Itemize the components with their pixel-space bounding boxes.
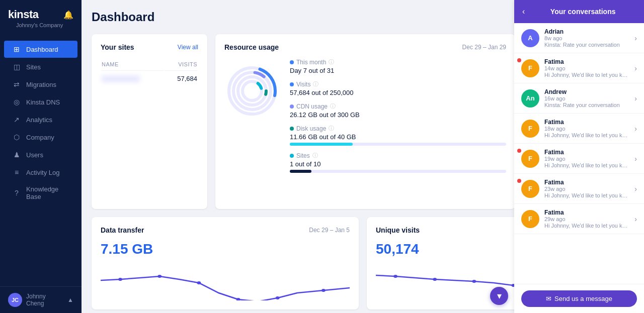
stat-disk: Disk usage ⓘ 11.66 GB out of 40 GB — [290, 125, 506, 146]
resource-content: This month ⓘ Day 7 out of 31 Visits ⓘ 57… — [224, 58, 506, 179]
col-name: NAME — [102, 59, 164, 69]
conversation-item-1[interactable]: F Fatima 14w ago Hi Johnny, We'd like to… — [514, 53, 644, 83]
disk-info-icon[interactable]: ⓘ — [329, 125, 334, 132]
company-icon: ⬡ — [12, 133, 21, 142]
scroll-down-button[interactable]: ▾ — [490, 287, 508, 305]
conversations-panel: ‹ Your conversations A Adrian 8w ago Kin… — [514, 0, 644, 313]
unread-dot-4 — [517, 149, 521, 153]
col-visits: VISITS — [165, 59, 197, 69]
cdn-label: CDN usage — [296, 103, 328, 110]
sidebar-item-company[interactable]: ⬡ Company — [4, 129, 77, 146]
sidebar-item-activity-log[interactable]: ≡ Activity Log — [4, 164, 77, 181]
conv-arrow-5: › — [634, 185, 637, 193]
this-month-dot — [290, 60, 294, 64]
sidebar-item-sites[interactable]: ◫ Sites — [4, 58, 77, 75]
sidebar-item-knowledge-base[interactable]: ? Knowledge Base — [4, 181, 77, 204]
user-name: Johnny Cheng — [26, 293, 63, 307]
sidebar-label-dns: Kinsta DNS — [26, 98, 60, 106]
bell-icon[interactable]: 🔔 — [63, 10, 73, 20]
chevron-up-icon[interactable]: ▲ — [67, 296, 73, 303]
conv-name-6: Fatima — [544, 209, 629, 216]
disk-label: Disk usage — [296, 125, 326, 132]
sidebar-item-users[interactable]: ♟ Users — [4, 146, 77, 163]
disk-bar — [290, 143, 506, 146]
conv-info-6: Fatima 29w ago Hi Johnny, We'd like to l… — [544, 209, 629, 229]
send-message-button[interactable]: ✉ Send us a message — [521, 290, 637, 307]
conv-avatar-2: An — [521, 89, 539, 108]
dashboard-icon: ⊞ — [12, 45, 21, 54]
knowledge-icon: ? — [12, 188, 21, 197]
conv-arrow-3: › — [634, 125, 637, 133]
svg-point-8 — [118, 278, 122, 281]
visits-info-icon[interactable]: ⓘ — [313, 80, 318, 88]
svg-point-15 — [433, 278, 437, 281]
send-label: Send us a message — [554, 295, 612, 302]
kinsta-logo: kinsta — [8, 8, 39, 21]
sites-dot — [290, 154, 294, 158]
sites-bar — [290, 170, 506, 173]
site-visits: 57,684 — [165, 70, 197, 86]
resource-stats: This month ⓘ Day 7 out of 31 Visits ⓘ 57… — [290, 58, 506, 179]
this-month-info-icon[interactable]: ⓘ — [329, 58, 334, 66]
your-sites-header: Your sites View all — [101, 43, 198, 51]
unread-dot-1 — [517, 58, 521, 62]
sites-info-icon[interactable]: ⓘ — [312, 152, 318, 159]
sidebar-label-migrations: Migrations — [26, 81, 56, 88]
conv-meta-6: 29w ago — [544, 216, 629, 222]
sidebar-label-users: Users — [26, 151, 43, 159]
stat-this-month: This month ⓘ Day 7 out of 31 — [290, 58, 506, 74]
conversation-item-2[interactable]: An Andrew 16w ago Kinsta: Rate your conv… — [514, 83, 644, 114]
sites-value: 1 out of 10 — [290, 160, 506, 168]
table-row: •••••••••••••••••• 57,684 — [102, 70, 197, 86]
send-icon: ✉ — [546, 295, 551, 302]
svg-point-10 — [197, 281, 201, 284]
svg-point-13 — [321, 289, 326, 292]
conv-info-3: Fatima 18w ago Hi Johnny, We'd like to l… — [544, 119, 629, 138]
conversation-item-4[interactable]: F Fatima 19w ago Hi Johnny, We'd like to… — [514, 144, 644, 174]
sidebar-item-analytics[interactable]: ↗ Analytics — [4, 111, 77, 128]
your-sites-title: Your sites — [101, 43, 134, 51]
disk-value: 11.66 GB out of 40 GB — [290, 133, 506, 141]
dns-icon: ◎ — [12, 97, 21, 107]
sidebar-label-analytics: Analytics — [26, 116, 52, 124]
conv-info-0: Adrian 8w ago Kinsta: Rate your conversa… — [544, 28, 629, 48]
conv-info-1: Fatima 14w ago Hi Johnny, We'd like to l… — [544, 58, 629, 78]
your-sites-card: Your sites View all NAME VISITS ••••••••… — [92, 34, 207, 209]
site-name: •••••••••••••••••• — [102, 75, 140, 82]
svg-point-14 — [393, 275, 397, 278]
conv-preview-5: Hi Johnny, We'd like to let you know tha… — [544, 192, 629, 198]
sites-icon: ◫ — [12, 62, 21, 71]
conv-arrow-6: › — [634, 215, 637, 223]
sidebar-item-kinsta-dns[interactable]: ◎ Kinsta DNS — [4, 93, 77, 111]
stat-visits: Visits ⓘ 57,684 out of 250,000 — [290, 80, 506, 96]
this-month-label: This month — [296, 59, 326, 66]
conv-preview-6: Hi Johnny, We'd like to let you know tha… — [544, 223, 629, 229]
sidebar-item-dashboard[interactable]: ⊞ Dashboard — [4, 41, 77, 58]
conv-avatar-0: A — [521, 29, 539, 47]
conv-meta-3: 18w ago — [544, 126, 629, 132]
conversation-item-6[interactable]: F Fatima 29w ago Hi Johnny, We'd like to… — [514, 204, 644, 234]
cdn-info-icon[interactable]: ⓘ — [330, 102, 336, 110]
conversation-item-5[interactable]: F Fatima 23w ago Hi Johnny, We'd like to… — [514, 174, 644, 204]
cdn-value: 26.12 GB out of 300 GB — [290, 111, 506, 119]
conversations-back-button[interactable]: ‹ — [522, 7, 525, 16]
conv-info-4: Fatima 19w ago Hi Johnny, We'd like to l… — [544, 149, 629, 168]
conv-info-5: Fatima 23w ago Hi Johnny, We'd like to l… — [544, 179, 629, 198]
sidebar-item-migrations[interactable]: ⇄ Migrations — [4, 76, 77, 93]
data-transfer-header: Data transfer Dec 29 – Jan 5 — [101, 226, 350, 234]
conv-name-1: Fatima — [544, 58, 629, 65]
conversation-item-0[interactable]: A Adrian 8w ago Kinsta: Rate your conver… — [514, 23, 644, 53]
sidebar-label-company: Company — [26, 134, 54, 141]
unique-visits-title: Unique visits — [376, 226, 420, 234]
data-transfer-title: Data transfer — [101, 226, 144, 234]
sidebar-label-activity: Activity Log — [26, 169, 59, 176]
conversation-item-3[interactable]: F Fatima 18w ago Hi Johnny, We'd like to… — [514, 114, 644, 144]
sidebar-label-sites: Sites — [26, 63, 41, 71]
your-sites-view-all[interactable]: View all — [178, 44, 198, 51]
visits-label: Visits — [296, 81, 310, 88]
conv-preview-4: Hi Johnny, We'd like to let you know tha… — [544, 162, 629, 168]
conv-name-4: Fatima — [544, 149, 629, 156]
conv-name-5: Fatima — [544, 179, 629, 186]
analytics-icon: ↗ — [12, 115, 21, 124]
svg-point-16 — [472, 280, 476, 283]
